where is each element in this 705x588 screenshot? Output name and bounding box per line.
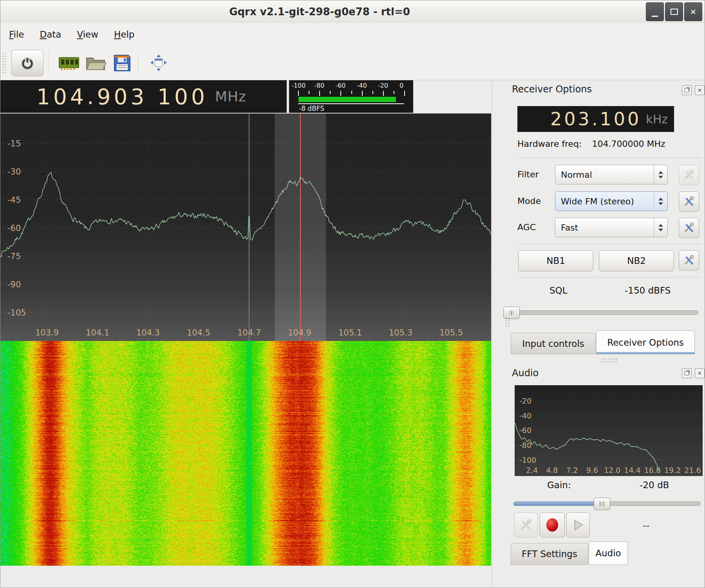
smeter-tick-label: -60 — [333, 82, 348, 89]
svg-text:12.0: 12.0 — [604, 466, 620, 474]
gain-slider-fill — [513, 501, 602, 506]
mode-options-button[interactable] — [679, 191, 699, 212]
toolbar-drag-handle[interactable] — [2, 52, 7, 74]
svg-text:-60: -60 — [519, 426, 531, 435]
agc-options-button[interactable] — [679, 218, 699, 238]
frequency-value[interactable]: 104.903 100 — [36, 84, 208, 109]
filter-label: Filter — [517, 165, 539, 184]
tab-input-controls[interactable]: Input controls — [511, 333, 596, 354]
agc-value: Fast — [561, 223, 654, 233]
audio-play-button — [566, 512, 590, 537]
splitter-handle-dots[interactable] — [505, 317, 511, 328]
gain-value: -20 dB — [640, 480, 669, 490]
spinner-icon[interactable] — [654, 192, 667, 211]
svg-text:104.3: 104.3 — [136, 328, 160, 337]
rf-spectrum-plot[interactable]: -15-30-45-60-75-90-105103.9104.1104.3104… — [0, 114, 491, 341]
gain-label: Gain: — [547, 480, 571, 490]
waterfall-display[interactable] — [0, 341, 491, 566]
audio-close-button[interactable]: ✕ — [695, 368, 705, 378]
power-icon — [20, 56, 35, 70]
spinner-icon[interactable] — [654, 218, 667, 237]
menu-help[interactable]: Help — [114, 29, 134, 40]
menu-file[interactable]: File — [9, 29, 24, 40]
svg-text:105.3: 105.3 — [389, 328, 412, 337]
smeter-tick — [372, 91, 373, 94]
smeter-tick — [404, 91, 405, 96]
frequency-display[interactable]: 104.903 100 MHz — [0, 80, 287, 113]
minimize-button[interactable] — [646, 2, 664, 21]
svg-text:-20: -20 — [519, 397, 531, 405]
smeter-tick-label: 0 — [400, 82, 403, 89]
channel-freq-display[interactable]: 203.100 kHz — [517, 106, 674, 132]
power-button[interactable] — [11, 50, 43, 76]
window-controls: ✕ — [646, 2, 702, 21]
tab-drag-dots[interactable] — [601, 358, 618, 363]
tools-icon — [520, 519, 532, 531]
tab-receiver-options[interactable]: Receiver Options — [596, 330, 695, 354]
fullscreen-button[interactable] — [148, 53, 170, 73]
svg-text:7.2: 7.2 — [566, 466, 578, 474]
spinner-icon[interactable] — [654, 165, 667, 184]
tab-fft-settings[interactable]: FFT Settings — [511, 543, 588, 565]
agc-combo[interactable]: Fast — [555, 218, 668, 237]
sql-slider-track[interactable] — [503, 310, 698, 315]
svg-text:-75: -75 — [7, 252, 21, 261]
smeter-tick — [362, 91, 363, 96]
dock-close-button[interactable]: ✕ — [695, 85, 705, 95]
audio-title: Audio — [512, 368, 539, 379]
filter-combo[interactable]: Normal — [555, 165, 668, 184]
audio-float-button[interactable] — [682, 368, 692, 378]
close-button[interactable]: ✕ — [684, 2, 702, 21]
sql-value: -150 dBFS — [625, 285, 671, 296]
save-floppy-icon — [113, 54, 132, 72]
hardware-freq-label: Hardware freq: — [517, 139, 582, 149]
channel-freq-unit: kHz — [646, 112, 668, 126]
smeter-tick — [383, 91, 384, 96]
svg-text:103.9: 103.9 — [35, 328, 59, 337]
smeter-tick-label: -100 — [291, 82, 306, 89]
menu-data[interactable]: Data — [40, 29, 61, 40]
svg-text:21.6: 21.6 — [684, 466, 701, 474]
float-icon — [685, 371, 689, 375]
tools-icon — [683, 222, 695, 234]
smeter-tick-label: -40 — [354, 82, 370, 89]
dock-float-button[interactable] — [682, 85, 692, 95]
maximize-button[interactable] — [665, 2, 683, 21]
tab-audio[interactable]: Audio — [589, 541, 628, 565]
dsp-board-icon — [58, 54, 80, 72]
window-title: Gqrx v2.1-git-298-g0e78 - rtl=0 — [0, 0, 639, 23]
menu-view[interactable]: View — [77, 29, 98, 40]
menu-bar: FileDataViewHelp — [0, 23, 705, 46]
mode-combo[interactable]: Wide FM (stereo) — [555, 191, 668, 211]
svg-text:104.9: 104.9 — [288, 328, 311, 337]
agc-label: AGC — [517, 218, 536, 237]
nb1-button[interactable]: NB1 — [518, 250, 593, 271]
gain-slider-handle[interactable] — [594, 498, 610, 510]
nb2-button[interactable]: NB2 — [599, 250, 674, 271]
channel-freq-value[interactable]: 203.100 — [550, 108, 641, 130]
title-bar[interactable]: Gqrx v2.1-git-298-g0e78 - rtl=0 ✕ — [0, 0, 705, 23]
nb-options-button[interactable] — [679, 250, 699, 271]
open-file-button[interactable] — [85, 53, 107, 73]
svg-text:9.6: 9.6 — [586, 466, 598, 474]
smeter-tick — [340, 91, 341, 96]
recorder-status: -- — [643, 520, 649, 531]
smeter-tick — [298, 91, 299, 96]
separator — [517, 244, 701, 244]
svg-text:16.8: 16.8 — [644, 466, 661, 474]
mode-value: Wide FM (stereo) — [561, 197, 654, 206]
minimize-icon — [652, 16, 658, 17]
svg-text:105.5: 105.5 — [439, 328, 463, 337]
smeter-value: -8 dBFS — [299, 105, 324, 112]
active-tab-indicator — [597, 352, 694, 354]
smeter-baseline — [298, 103, 404, 104]
svg-text:-100: -100 — [519, 456, 536, 464]
smeter-tick — [319, 91, 320, 96]
audio-record-button[interactable] — [540, 512, 565, 537]
audio-spectrum-plot[interactable]: -20-40-60-80-1002.44.87.29.612.014.416.8… — [515, 385, 703, 476]
dsp-start-button[interactable] — [58, 53, 80, 73]
save-button[interactable] — [111, 53, 133, 73]
tools-icon — [683, 196, 695, 207]
rf-spectrum-svg: -15-30-45-60-75-90-105103.9104.1104.3104… — [0, 114, 491, 341]
svg-text:105.1: 105.1 — [338, 328, 362, 337]
